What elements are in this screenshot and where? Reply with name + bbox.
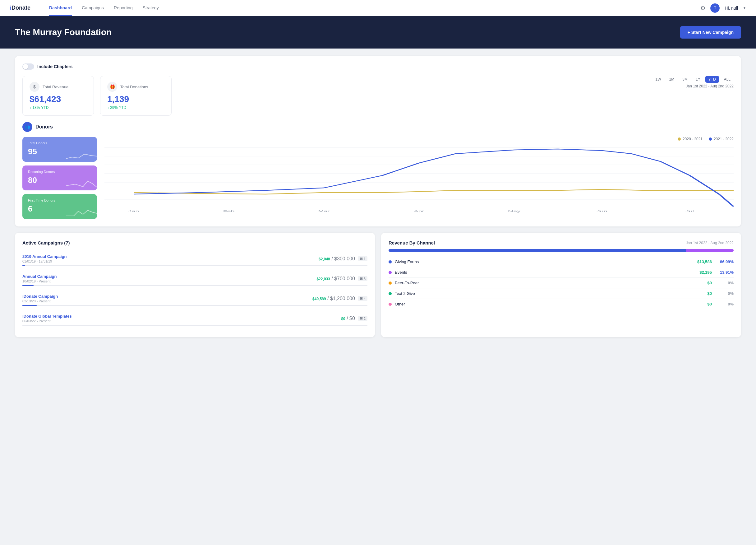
nav-links: Dashboard Campaigns Reporting Strategy — [49, 0, 700, 16]
svg-text:Jun: Jun — [597, 210, 607, 213]
progress-bar-bg — [22, 285, 367, 286]
campaign-forms-icon: ⊞ — [360, 256, 363, 261]
total-revenue-change: ↑ 18% YTD — [30, 105, 87, 110]
campaign-name[interactable]: 2019 Annual Campaign — [22, 254, 67, 259]
channel-name-giving-forms: Giving Forms — [395, 259, 687, 264]
campaign-dates: 01/01/19 - 12/31/19 — [22, 259, 67, 263]
app-logo: iDonate — [10, 5, 30, 11]
up-arrow-donations-icon: ↑ 29% — [107, 105, 118, 110]
user-label[interactable]: Hi, null — [725, 6, 738, 11]
table-row: Annual Campaign 10/02/19 - Present $22,0… — [22, 270, 367, 290]
svg-text:2022: 2022 — [127, 212, 141, 213]
campaign-name[interactable]: Annual Campaign — [22, 274, 57, 279]
time-filter-ytd[interactable]: YTD — [705, 76, 719, 83]
campaign-forms-icon: ⊞ — [360, 317, 363, 321]
active-campaigns-card: Active Campaigns (7) 2019 Annual Campaig… — [15, 233, 375, 337]
time-filter-all[interactable]: ALL — [721, 76, 734, 83]
revenue-date-range: Jan 1st 2022 - Aug 2nd 2022 — [686, 241, 734, 245]
nav-dashboard[interactable]: Dashboard — [49, 0, 72, 16]
progress-bar-bg — [22, 325, 367, 326]
table-row: iDonate Global Templates 06/03/22 - Pres… — [22, 310, 367, 330]
total-donations-card: 🎁 Total Donations 1,139 ↑ 29% YTD — [100, 76, 172, 116]
campaigns-title: Active Campaigns (7) — [22, 240, 367, 245]
campaign-badge: ⊞ 2 — [358, 316, 367, 321]
campaign-name-group: 2019 Annual Campaign 01/01/19 - 12/31/19 — [22, 254, 67, 263]
campaign-row-top: iDonate Global Templates 06/03/22 - Pres… — [22, 314, 367, 323]
chevron-down-icon[interactable]: ▼ — [743, 6, 746, 10]
total-revenue-value: $61,423 — [30, 94, 87, 104]
top-stats-card: Include Chapters $ Total Revenue $61,423… — [15, 56, 741, 226]
include-chapters-row: Include Chapters — [22, 63, 734, 70]
total-donations-header: 🎁 Total Donations — [107, 82, 164, 92]
svg-text:Feb: Feb — [223, 210, 234, 213]
campaign-right: $0 / $0 ⊞ 2 — [341, 316, 367, 321]
campaign-dates: 02/13/20 - Present — [22, 299, 58, 303]
total-donations-period: YTD — [119, 105, 126, 110]
list-item: Text 2 Give $0 0% — [389, 289, 734, 299]
page-title: The Murray Foundation — [15, 27, 112, 37]
campaign-name-group: Annual Campaign 10/02/19 - Present — [22, 274, 57, 283]
campaign-name-group: iDonate Global Templates 06/03/22 - Pres… — [22, 314, 72, 323]
total-donations-value: 1,139 — [107, 94, 164, 104]
main-content: Include Chapters $ Total Revenue $61,423… — [0, 48, 756, 347]
time-filter-buttons: 1W 1M 3M 1Y YTD ALL — [652, 76, 734, 83]
main-line-chart: $16K $14K $12K $10K $8K $6K $4K $2K Jan … — [104, 144, 734, 213]
campaign-forms-icon: ⊞ — [360, 297, 363, 301]
recurring-donors-sparkline — [66, 178, 97, 190]
list-item: Giving Forms $13,586 86.09% — [389, 256, 734, 267]
revenue-title: Revenue By Channel — [389, 240, 435, 245]
first-time-donors-card: First-Time Donors 6 — [22, 194, 97, 219]
channel-dot-events — [389, 271, 392, 274]
stats-row: $ Total Revenue $61,423 ↑ 18% YTD 🎁 Tota… — [22, 76, 734, 116]
nav-right: ⚙ T Hi, null ▼ — [700, 3, 746, 13]
channel-dot-other — [389, 303, 392, 306]
navbar: iDonate Dashboard Campaigns Reporting St… — [0, 0, 756, 16]
campaign-name[interactable]: iDonate Global Templates — [22, 314, 72, 319]
revenue-bar-events — [686, 249, 734, 252]
total-donations-change: ↑ 29% YTD — [107, 105, 164, 110]
time-filter-group: 1W 1M 3M 1Y YTD ALL Jan 1st 2022 - Aug 2… — [652, 76, 734, 88]
list-item: Peer-To-Peer $0 0% — [389, 278, 734, 289]
legend-2021: 2021 - 2022 — [709, 137, 734, 141]
campaign-badge: ⊞ 3 — [358, 276, 367, 281]
nav-strategy[interactable]: Strategy — [143, 0, 159, 16]
donors-section: 👥 Donors Total Donors 95 R — [22, 122, 734, 219]
time-filter-3m[interactable]: 3M — [679, 76, 691, 83]
channel-pct-text2give: 0% — [712, 291, 734, 296]
first-time-donors-sparkline — [66, 206, 97, 219]
progress-bar-fill — [22, 305, 37, 306]
channel-name-text2give: Text 2 Give — [395, 291, 687, 296]
nav-campaigns[interactable]: Campaigns — [82, 0, 104, 16]
campaign-right: $22,033 / $700,000 ⊞ 3 — [316, 276, 367, 282]
channel-amount-events: $2,195 — [687, 270, 712, 275]
campaign-goal: / — [331, 276, 334, 281]
bottom-section: Active Campaigns (7) 2019 Annual Campaig… — [15, 233, 741, 337]
channel-dot-text2give — [389, 292, 392, 295]
svg-text:Mar: Mar — [318, 210, 330, 213]
chart-legend: 2020 - 2021 2021 - 2022 — [678, 137, 734, 141]
channel-dot-p2p — [389, 282, 392, 285]
include-chapters-toggle[interactable] — [22, 63, 34, 70]
channel-dot-giving-forms — [389, 260, 392, 263]
nav-reporting[interactable]: Reporting — [114, 0, 133, 16]
up-arrow-icon: ↑ 18% — [30, 105, 40, 110]
campaign-name[interactable]: iDonate Campaign — [22, 294, 58, 299]
toggle-knob — [23, 64, 28, 69]
channel-name-p2p: Peer-To-Peer — [395, 281, 687, 285]
time-filter-1w[interactable]: 1W — [652, 76, 664, 83]
gear-icon[interactable]: ⚙ — [700, 5, 705, 12]
campaign-row-top: Annual Campaign 10/02/19 - Present $22,0… — [22, 274, 367, 283]
campaign-amount: $49,589 — [312, 297, 326, 301]
time-filter-1y[interactable]: 1Y — [693, 76, 703, 83]
table-row: 2019 Annual Campaign 01/01/19 - 12/31/19… — [22, 250, 367, 270]
progress-bar-fill — [22, 265, 25, 266]
legend-2021-dot — [709, 137, 712, 141]
first-time-donors-label: First-Time Donors — [28, 198, 91, 202]
time-filter-1m[interactable]: 1M — [666, 76, 678, 83]
channel-pct-events: 13.91% — [712, 270, 734, 275]
campaign-amount-group: $0 / $0 — [341, 316, 355, 321]
campaign-goal-value: $0 — [349, 316, 355, 321]
campaign-right: $2,048 / $300,000 ⊞ 1 — [319, 256, 367, 261]
start-campaign-button[interactable]: + Start New Campaign — [680, 26, 741, 39]
progress-bar-bg — [22, 305, 367, 306]
